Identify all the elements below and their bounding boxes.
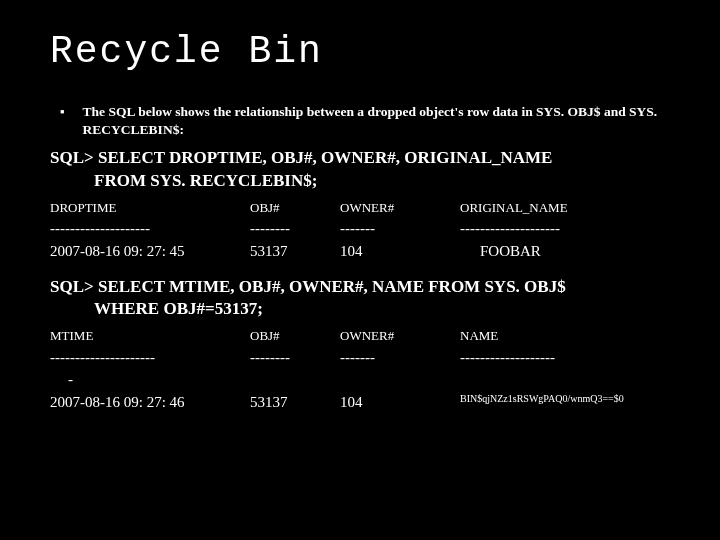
cell: BIN$qjNZz1sRSWgPAQ0/wnmQ3==$0 (460, 391, 670, 414)
dashes: ------------------- (460, 346, 670, 369)
sql-line: SQL> SELECT MTIME, OBJ#, OWNER#, NAME FR… (50, 277, 566, 296)
cell: 53137 (250, 240, 340, 263)
dashes: ------- (340, 346, 460, 369)
sql-line: FROM SYS. RECYCLEBIN$; (94, 170, 670, 192)
table-header-row: DROPTIME OBJ# OWNER# ORIGINAL_NAME (50, 198, 670, 218)
dashes: -------------------- (50, 217, 250, 240)
col-header: OWNER# (340, 326, 460, 346)
sql-line: WHERE OBJ#=53137; (94, 298, 670, 320)
cell: 104 (340, 240, 460, 263)
sql-query-1: SQL> SELECT DROPTIME, OBJ#, OWNER#, ORIG… (50, 147, 670, 191)
table-data-row: 2007-08-16 09: 27: 45 53137 104 FOOBAR (50, 240, 670, 263)
dashes: --------------------- (50, 346, 250, 369)
table-header-row: MTIME OBJ# OWNER# NAME (50, 326, 670, 346)
col-header: OBJ# (250, 198, 340, 218)
col-header: NAME (460, 326, 670, 346)
bullet-text: The SQL below shows the relationship bet… (83, 103, 670, 139)
cell: FOOBAR (460, 240, 670, 263)
table-divider-row: --------------------- -------- ------- -… (50, 346, 670, 369)
cell: 104 (340, 391, 460, 414)
table-divider-row: -------------------- -------- ------- --… (50, 217, 670, 240)
table-data-row: 2007-08-16 09: 27: 46 53137 104 BIN$qjNZ… (50, 391, 670, 414)
bullet-item: ▪ The SQL below shows the relationship b… (50, 103, 670, 139)
col-header: OBJ# (250, 326, 340, 346)
table-divider-extra: - (50, 368, 670, 391)
page-title: Recycle Bin (50, 30, 670, 73)
dashes: -------- (250, 217, 340, 240)
col-header: OWNER# (340, 198, 460, 218)
dashes: ------- (340, 217, 460, 240)
result-table-2: MTIME OBJ# OWNER# NAME -----------------… (50, 326, 670, 413)
col-header: DROPTIME (50, 198, 250, 218)
sql-line: SQL> SELECT DROPTIME, OBJ#, OWNER#, ORIG… (50, 148, 552, 167)
sql-query-2: SQL> SELECT MTIME, OBJ#, OWNER#, NAME FR… (50, 276, 670, 320)
cell: 53137 (250, 391, 340, 414)
cell: 2007-08-16 09: 27: 46 (50, 391, 250, 414)
col-header: ORIGINAL_NAME (460, 198, 670, 218)
cell: 2007-08-16 09: 27: 45 (50, 240, 250, 263)
col-header: MTIME (50, 326, 250, 346)
dashes: - (68, 368, 268, 391)
bullet-marker: ▪ (60, 103, 65, 121)
dashes: -------- (250, 346, 340, 369)
dashes: -------------------- (460, 217, 670, 240)
result-table-1: DROPTIME OBJ# OWNER# ORIGINAL_NAME -----… (50, 198, 670, 263)
